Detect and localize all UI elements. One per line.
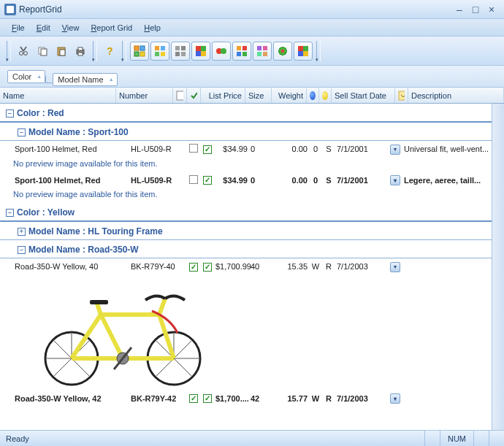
app-icon xyxy=(4,4,16,15)
svg-rect-37 xyxy=(303,46,308,51)
toolbar-grip[interactable] xyxy=(7,41,11,61)
cell-flag2[interactable] xyxy=(200,393,214,403)
tool-icon-7[interactable] xyxy=(253,42,272,61)
svg-rect-28 xyxy=(237,46,241,50)
cell-wu: 0 xyxy=(309,145,322,153)
no-preview-text: No preview image available for this item… xyxy=(0,158,504,172)
group-model-sport100[interactable]: – Model Name : Sport-100 xyxy=(0,123,504,141)
col-sellstartdate[interactable]: Sell Start Date xyxy=(332,88,395,103)
cell-number: HL-U509-R xyxy=(129,176,186,185)
paste-button[interactable] xyxy=(53,42,70,60)
grid-body: – Color : Red – Model Name : Sport-100 S… xyxy=(0,104,504,430)
col-flag2[interactable] xyxy=(187,88,201,103)
collapse-icon[interactable]: – xyxy=(18,128,26,137)
cell-flag1[interactable] xyxy=(186,393,200,403)
cell-flag2[interactable] xyxy=(200,262,214,272)
group-color-yellow[interactable]: – Color : Yellow xyxy=(0,203,504,222)
svg-rect-31 xyxy=(243,52,247,56)
cell-flag1[interactable] xyxy=(186,144,200,154)
cell-dropdown[interactable]: ▾ xyxy=(388,175,402,186)
help-button[interactable]: ? xyxy=(101,42,118,60)
col-name[interactable]: Name xyxy=(0,88,116,103)
col-weight[interactable]: Weight xyxy=(272,88,307,103)
cell-dropdown[interactable]: ▾ xyxy=(388,144,402,155)
collapse-icon[interactable]: – xyxy=(6,209,14,217)
svg-rect-13 xyxy=(140,52,145,56)
close-button[interactable]: × xyxy=(484,3,500,16)
menu-reportgrid[interactable]: Report Grid xyxy=(85,22,138,34)
tool-icon-1[interactable] xyxy=(130,42,149,61)
svg-point-27 xyxy=(221,48,226,54)
col-color-yellow[interactable] xyxy=(319,88,332,103)
toolbar-sep-2 xyxy=(122,41,126,61)
groupby-bar: Color Model Name xyxy=(0,66,504,88)
cell-wu: 0 xyxy=(309,176,322,185)
col-number[interactable]: Number xyxy=(116,88,173,103)
tool-icon-6[interactable] xyxy=(232,42,251,61)
tool-icon-5[interactable] xyxy=(212,42,231,61)
cell-flag1[interactable] xyxy=(186,262,200,272)
cell-ru: R xyxy=(322,262,335,271)
svg-line-54 xyxy=(174,340,192,358)
minimize-button[interactable]: – xyxy=(451,3,467,16)
tool-icon-9[interactable] xyxy=(294,42,313,61)
table-row[interactable]: Road-350-W Yellow, 42 BK-R79Y-42 $1,700.… xyxy=(0,391,504,407)
no-preview-text: No preview image available for this item… xyxy=(0,188,504,203)
col-size[interactable]: Size xyxy=(245,88,272,103)
menu-edit[interactable]: Edit xyxy=(31,22,56,34)
status-pane xyxy=(424,431,440,446)
cell-size: 0 xyxy=(249,176,270,185)
tool-icon-4[interactable] xyxy=(191,42,210,61)
col-flag1[interactable] xyxy=(173,88,187,103)
svg-rect-14 xyxy=(155,46,159,50)
groupby-modelname[interactable]: Model Name xyxy=(53,73,117,86)
svg-rect-24 xyxy=(196,51,201,56)
svg-rect-33 xyxy=(263,46,267,50)
svg-rect-62 xyxy=(90,300,108,304)
table-row[interactable]: Sport-100 Helmet, Red HL-U509-R $34.99 0… xyxy=(0,172,504,189)
table-row[interactable]: Road-350-W Yellow, 40 BK-R79Y-40 $1,700.… xyxy=(0,258,504,275)
vertical-scrollbar[interactable] xyxy=(492,104,504,430)
table-row[interactable]: Sport-100 Helmet, Red HL-U509-R $34.99 0… xyxy=(0,141,504,158)
menu-file[interactable]: File xyxy=(6,22,31,34)
cell-number: BK-R79Y-40 xyxy=(129,262,186,271)
menu-view[interactable]: View xyxy=(56,22,85,34)
cell-flag1[interactable] xyxy=(186,175,200,185)
group-model-hltouring[interactable]: + Model Name : HL Touring Frame xyxy=(0,222,504,240)
cell-weight: 0.00 xyxy=(270,176,309,185)
resize-grip[interactable] xyxy=(489,431,504,446)
col-description[interactable]: Description xyxy=(408,88,504,103)
cell-dropdown[interactable]: ▾ xyxy=(388,393,402,404)
group-color-red[interactable]: – Color : Red xyxy=(0,104,504,123)
print-button[interactable] xyxy=(72,42,89,60)
status-pane xyxy=(473,431,489,446)
cell-flag2[interactable] xyxy=(200,145,214,154)
col-dropdown[interactable] xyxy=(395,88,408,103)
col-listprice[interactable]: List Price xyxy=(201,88,245,103)
svg-rect-11 xyxy=(140,46,145,50)
expand-icon[interactable]: + xyxy=(18,228,26,236)
svg-rect-38 xyxy=(298,51,303,56)
tool-icon-3[interactable] xyxy=(171,42,190,61)
collapse-icon[interactable]: – xyxy=(18,246,26,254)
col-color-blue[interactable] xyxy=(307,88,319,103)
groupby-color[interactable]: Color xyxy=(7,70,45,83)
group-model-road350w[interactable]: – Model Name : Road-350-W xyxy=(0,240,504,258)
maximize-button[interactable]: □ xyxy=(467,3,484,16)
cell-flag2[interactable] xyxy=(200,175,214,185)
copy-button[interactable] xyxy=(34,42,51,60)
svg-point-0 xyxy=(20,51,23,55)
cut-button[interactable] xyxy=(15,42,32,60)
cell-dropdown[interactable]: ▾ xyxy=(388,261,402,272)
cell-name: Sport-100 Helmet, Red xyxy=(13,145,129,153)
cell-price: $1,700.99 xyxy=(214,262,249,271)
cell-price: $34.99 xyxy=(214,176,249,185)
cell-weight: 15.77 xyxy=(270,394,309,403)
svg-rect-25 xyxy=(201,51,206,56)
tool-icon-8[interactable] xyxy=(273,42,292,61)
menu-help[interactable]: Help xyxy=(138,22,167,34)
toolbar-sep-1 xyxy=(93,41,97,61)
svg-rect-39 xyxy=(303,51,308,56)
tool-icon-2[interactable] xyxy=(150,42,169,61)
collapse-icon[interactable]: – xyxy=(6,109,14,118)
